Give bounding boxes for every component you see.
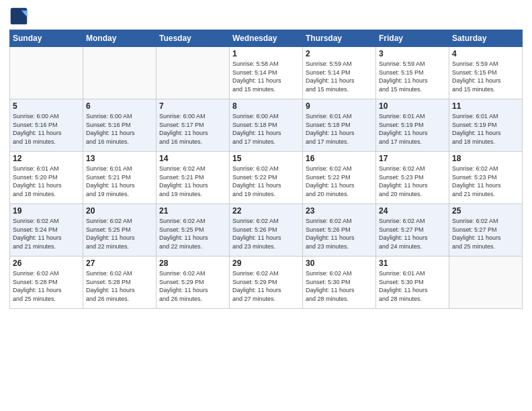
calendar-cell: 28Sunrise: 6:02 AM Sunset: 5:29 PM Dayli… xyxy=(157,257,230,309)
day-number: 18 xyxy=(452,154,519,163)
day-info: Sunrise: 6:00 AM Sunset: 5:16 PM Dayligh… xyxy=(13,112,80,146)
day-number: 17 xyxy=(379,154,446,163)
calendar-cell: 1Sunrise: 5:58 AM Sunset: 5:14 PM Daylig… xyxy=(230,47,303,99)
day-info: Sunrise: 6:02 AM Sunset: 5:28 PM Dayligh… xyxy=(86,269,153,303)
day-number: 30 xyxy=(306,259,373,268)
day-number: 19 xyxy=(13,206,80,216)
header xyxy=(9,7,523,26)
day-info: Sunrise: 6:02 AM Sunset: 5:27 PM Dayligh… xyxy=(379,217,446,250)
day-info: Sunrise: 6:01 AM Sunset: 5:30 PM Dayligh… xyxy=(379,269,446,303)
day-info: Sunrise: 6:02 AM Sunset: 5:21 PM Dayligh… xyxy=(159,165,226,198)
day-info: Sunrise: 6:02 AM Sunset: 5:26 PM Dayligh… xyxy=(232,217,300,250)
days-of-week-row: SundayMondayTuesdayWednesdayThursdayFrid… xyxy=(10,30,523,47)
calendar-cell: 9Sunrise: 6:01 AM Sunset: 5:18 PM Daylig… xyxy=(303,99,376,152)
day-number: 20 xyxy=(86,206,153,216)
day-info: Sunrise: 5:59 AM Sunset: 5:15 PM Dayligh… xyxy=(452,60,519,93)
day-info: Sunrise: 6:02 AM Sunset: 5:28 PM Dayligh… xyxy=(13,269,80,303)
page-container: SundayMondayTuesdayWednesdayThursdayFrid… xyxy=(0,0,532,411)
calendar-cell: 12Sunrise: 6:01 AM Sunset: 5:20 PM Dayli… xyxy=(10,152,83,204)
dow-tuesday: Tuesday xyxy=(157,30,230,47)
calendar-cell: 10Sunrise: 6:01 AM Sunset: 5:19 PM Dayli… xyxy=(376,99,449,152)
day-info: Sunrise: 6:02 AM Sunset: 5:22 PM Dayligh… xyxy=(232,165,300,198)
week-row-2: 5Sunrise: 6:00 AM Sunset: 5:16 PM Daylig… xyxy=(10,99,523,152)
calendar-cell: 30Sunrise: 6:02 AM Sunset: 5:30 PM Dayli… xyxy=(303,257,376,309)
calendar-cell: 2Sunrise: 5:59 AM Sunset: 5:14 PM Daylig… xyxy=(303,47,376,99)
calendar-cell: 17Sunrise: 6:02 AM Sunset: 5:23 PM Dayli… xyxy=(376,152,449,204)
day-number: 12 xyxy=(13,154,80,163)
day-number: 8 xyxy=(232,101,300,111)
day-number: 29 xyxy=(232,259,300,268)
calendar-cell: 5Sunrise: 6:00 AM Sunset: 5:16 PM Daylig… xyxy=(10,99,83,152)
day-info: Sunrise: 6:02 AM Sunset: 5:30 PM Dayligh… xyxy=(306,269,373,303)
day-number: 13 xyxy=(86,154,153,163)
calendar-cell: 4Sunrise: 5:59 AM Sunset: 5:15 PM Daylig… xyxy=(449,47,523,99)
day-number: 24 xyxy=(379,206,446,216)
day-info: Sunrise: 6:02 AM Sunset: 5:25 PM Dayligh… xyxy=(86,217,153,250)
day-number: 23 xyxy=(306,206,373,216)
day-info: Sunrise: 6:02 AM Sunset: 5:26 PM Dayligh… xyxy=(306,217,373,250)
day-number: 15 xyxy=(232,154,300,163)
calendar-cell: 31Sunrise: 6:01 AM Sunset: 5:30 PM Dayli… xyxy=(376,257,449,309)
calendar-cell: 29Sunrise: 6:02 AM Sunset: 5:29 PM Dayli… xyxy=(230,257,303,309)
calendar-cell: 27Sunrise: 6:02 AM Sunset: 5:28 PM Dayli… xyxy=(83,257,157,309)
calendar-table: SundayMondayTuesdayWednesdayThursdayFrid… xyxy=(9,30,523,309)
day-info: Sunrise: 6:02 AM Sunset: 5:29 PM Dayligh… xyxy=(159,269,226,303)
calendar-cell: 11Sunrise: 6:01 AM Sunset: 5:19 PM Dayli… xyxy=(449,99,523,152)
calendar-cell: 7Sunrise: 6:00 AM Sunset: 5:17 PM Daylig… xyxy=(157,99,230,152)
calendar-cell: 19Sunrise: 6:02 AM Sunset: 5:24 PM Dayli… xyxy=(10,204,83,257)
calendar-cell xyxy=(10,47,83,99)
day-number: 21 xyxy=(159,206,226,216)
day-info: Sunrise: 6:01 AM Sunset: 5:21 PM Dayligh… xyxy=(86,165,153,198)
day-info: Sunrise: 6:00 AM Sunset: 5:16 PM Dayligh… xyxy=(86,112,153,146)
day-number: 25 xyxy=(452,206,519,216)
calendar-cell: 26Sunrise: 6:02 AM Sunset: 5:28 PM Dayli… xyxy=(10,257,83,309)
logo xyxy=(9,7,31,26)
calendar-cell: 21Sunrise: 6:02 AM Sunset: 5:25 PM Dayli… xyxy=(157,204,230,257)
day-number: 31 xyxy=(379,259,446,268)
day-number: 14 xyxy=(159,154,226,163)
dow-thursday: Thursday xyxy=(303,30,376,47)
day-number: 28 xyxy=(159,259,226,268)
calendar-cell: 22Sunrise: 6:02 AM Sunset: 5:26 PM Dayli… xyxy=(230,204,303,257)
calendar-cell: 8Sunrise: 6:00 AM Sunset: 5:18 PM Daylig… xyxy=(230,99,303,152)
day-info: Sunrise: 6:00 AM Sunset: 5:17 PM Dayligh… xyxy=(159,112,226,146)
dow-sunday: Sunday xyxy=(10,30,83,47)
calendar-cell: 18Sunrise: 6:02 AM Sunset: 5:23 PM Dayli… xyxy=(449,152,523,204)
calendar-cell: 24Sunrise: 6:02 AM Sunset: 5:27 PM Dayli… xyxy=(376,204,449,257)
day-number: 1 xyxy=(232,49,300,58)
calendar-cell: 16Sunrise: 6:02 AM Sunset: 5:22 PM Dayli… xyxy=(303,152,376,204)
calendar-cell: 13Sunrise: 6:01 AM Sunset: 5:21 PM Dayli… xyxy=(83,152,157,204)
day-number: 6 xyxy=(86,101,153,111)
calendar-cell xyxy=(449,257,523,309)
day-info: Sunrise: 6:02 AM Sunset: 5:29 PM Dayligh… xyxy=(232,269,300,303)
calendar-cell: 6Sunrise: 6:00 AM Sunset: 5:16 PM Daylig… xyxy=(83,99,157,152)
day-number: 5 xyxy=(13,101,80,111)
week-row-4: 19Sunrise: 6:02 AM Sunset: 5:24 PM Dayli… xyxy=(10,204,523,257)
week-row-1: 1Sunrise: 5:58 AM Sunset: 5:14 PM Daylig… xyxy=(10,47,523,99)
dow-friday: Friday xyxy=(376,30,449,47)
week-row-5: 26Sunrise: 6:02 AM Sunset: 5:28 PM Dayli… xyxy=(10,257,523,309)
calendar-cell: 15Sunrise: 6:02 AM Sunset: 5:22 PM Dayli… xyxy=(230,152,303,204)
day-info: Sunrise: 6:02 AM Sunset: 5:27 PM Dayligh… xyxy=(452,217,519,250)
week-row-3: 12Sunrise: 6:01 AM Sunset: 5:20 PM Dayli… xyxy=(10,152,523,204)
dow-saturday: Saturday xyxy=(449,30,523,47)
day-info: Sunrise: 6:02 AM Sunset: 5:25 PM Dayligh… xyxy=(159,217,226,250)
day-info: Sunrise: 6:01 AM Sunset: 5:18 PM Dayligh… xyxy=(306,112,373,146)
day-number: 2 xyxy=(306,49,373,58)
day-info: Sunrise: 6:02 AM Sunset: 5:24 PM Dayligh… xyxy=(13,217,80,250)
day-info: Sunrise: 6:01 AM Sunset: 5:19 PM Dayligh… xyxy=(379,112,446,146)
day-info: Sunrise: 6:02 AM Sunset: 5:22 PM Dayligh… xyxy=(306,165,373,198)
day-info: Sunrise: 6:00 AM Sunset: 5:18 PM Dayligh… xyxy=(232,112,300,146)
day-number: 22 xyxy=(232,206,300,216)
day-info: Sunrise: 6:01 AM Sunset: 5:20 PM Dayligh… xyxy=(13,165,80,198)
calendar-cell: 20Sunrise: 6:02 AM Sunset: 5:25 PM Dayli… xyxy=(83,204,157,257)
day-info: Sunrise: 6:02 AM Sunset: 5:23 PM Dayligh… xyxy=(452,165,519,198)
day-info: Sunrise: 5:59 AM Sunset: 5:14 PM Dayligh… xyxy=(306,60,373,93)
day-number: 7 xyxy=(159,101,226,111)
day-info: Sunrise: 5:59 AM Sunset: 5:15 PM Dayligh… xyxy=(379,60,446,93)
calendar-cell: 14Sunrise: 6:02 AM Sunset: 5:21 PM Dayli… xyxy=(157,152,230,204)
calendar-cell xyxy=(157,47,230,99)
day-number: 11 xyxy=(452,101,519,111)
calendar-cell: 23Sunrise: 6:02 AM Sunset: 5:26 PM Dayli… xyxy=(303,204,376,257)
calendar-cell: 25Sunrise: 6:02 AM Sunset: 5:27 PM Dayli… xyxy=(449,204,523,257)
